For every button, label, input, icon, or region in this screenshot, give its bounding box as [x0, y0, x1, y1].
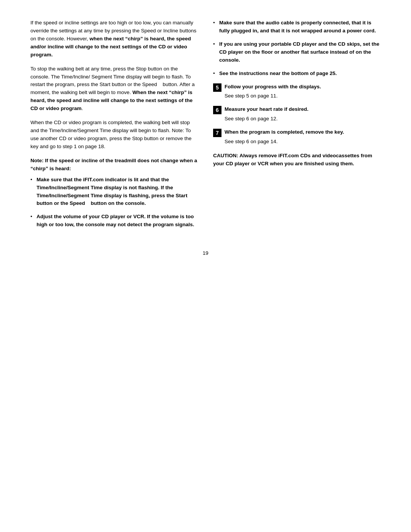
- note-title: Note: If the speed or incline of the tre…: [30, 157, 198, 173]
- right-bullet-1-text: Make sure that the audio cable is proper…: [219, 20, 376, 34]
- step-5-sub: See step 5 on page 11.: [225, 92, 381, 100]
- step-6-number: 6: [213, 106, 221, 114]
- step-6-content: Measure your heart rate if desired. See …: [225, 105, 381, 123]
- step-7-title: When the program is completed, remove th…: [225, 129, 344, 135]
- right-bullet-1: Make sure that the audio cable is proper…: [213, 19, 381, 35]
- step-6: 6 Measure your heart rate if desired. Se…: [213, 105, 381, 123]
- left-bullet-1: Make sure that the iFIT.com indicator is…: [30, 176, 198, 208]
- bold-text-2: When the next “chirp” is heard, the spee…: [30, 89, 193, 111]
- left-bullet-1-text: Make sure that the iFIT.com indicator is…: [37, 177, 187, 206]
- paragraph-3: When the CD or video program is complete…: [30, 119, 198, 151]
- page: If the speed or incline settings are too…: [0, 0, 411, 532]
- caution-text: CAUTION: Always remove iFIT.com CDs and …: [213, 153, 372, 166]
- paragraph-2: To stop the walking belt at any time, pr…: [30, 65, 198, 113]
- step-7: 7 When the program is completed, remove …: [213, 128, 381, 146]
- step-5-content: Follow your progress with the displays. …: [225, 83, 381, 101]
- left-bullet-2-text: Adjust the volume of your CD player or V…: [37, 214, 194, 227]
- page-number: 19: [30, 250, 381, 256]
- step-6-sub: See step 6 on page 12.: [225, 115, 381, 123]
- right-bullet-3: See the instructions near the bottom of …: [213, 70, 381, 78]
- content-columns: If the speed or incline settings are too…: [30, 19, 381, 235]
- left-column: If the speed or incline settings are too…: [30, 19, 198, 235]
- right-bullet-2: If you are using your portable CD player…: [213, 40, 381, 64]
- step-7-sub: See step 6 on page 14.: [225, 138, 381, 146]
- step-7-number: 7: [213, 129, 221, 137]
- step-6-title: Measure your heart rate if desired.: [225, 106, 309, 112]
- step-5-title: Follow your progress with the displays.: [225, 84, 321, 89]
- step-5-number: 5: [213, 83, 221, 92]
- right-bullet-3-text: See the instructions near the bottom of …: [219, 70, 337, 76]
- step-7-content: When the program is completed, remove th…: [225, 128, 381, 146]
- paragraph-1: If the speed or incline settings are too…: [30, 19, 198, 59]
- caution-block: CAUTION: Always remove iFIT.com CDs and …: [213, 152, 381, 168]
- bold-text: when the next “chirp” is heard, the spee…: [30, 36, 191, 58]
- left-bullet-2: Adjust the volume of your CD player or V…: [30, 213, 198, 229]
- right-bullet-2-text: If you are using your portable CD player…: [219, 41, 379, 63]
- note-section: Note: If the speed or incline of the tre…: [30, 157, 198, 229]
- step-5: 5 Follow your progress with the displays…: [213, 83, 381, 101]
- right-column: Make sure that the audio cable is proper…: [213, 19, 381, 168]
